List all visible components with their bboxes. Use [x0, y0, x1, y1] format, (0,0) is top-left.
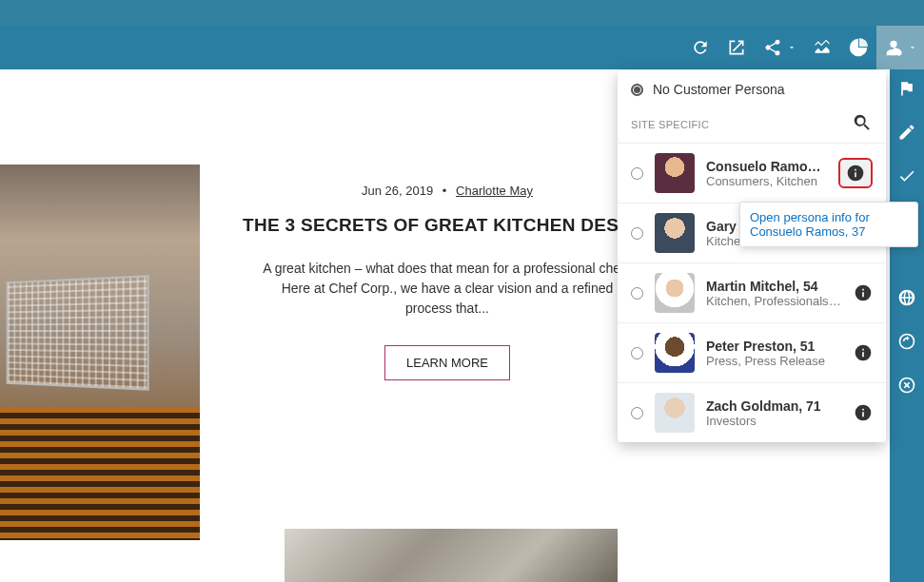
- info-icon[interactable]: [838, 158, 873, 188]
- persona-name: Peter Preston, 51: [706, 339, 842, 354]
- info-icon[interactable]: [854, 343, 873, 362]
- article-body: A great kitchen – what does that mean fo…: [238, 259, 657, 319]
- article-date: Jun 26, 2019: [362, 184, 433, 198]
- persona-name: Consuelo Ramos, 37: [706, 159, 827, 174]
- chart-button[interactable]: [804, 26, 840, 69]
- article-title: THE 3 SECRETS OF GREAT KITCHEN DESIGN: [238, 215, 657, 236]
- info-icon[interactable]: [854, 403, 873, 422]
- flag-icon[interactable]: [897, 79, 916, 102]
- persona-button[interactable]: [876, 26, 924, 69]
- search-icon[interactable]: [852, 112, 873, 137]
- persona-tags: Consumers, Kitchen: [706, 174, 827, 188]
- persona-tags: Kitchen, Professionals,...: [706, 294, 842, 308]
- section-label: SITE SPECIFIC: [631, 119, 709, 130]
- share-chevron-icon[interactable]: [785, 43, 798, 52]
- external-link-button[interactable]: [718, 26, 755, 69]
- right-rail: [890, 69, 924, 582]
- top-band: [0, 0, 924, 26]
- persona-list: Consuelo Ramos, 37 Consumers, Kitchen Ga…: [618, 143, 886, 442]
- separator: •: [442, 184, 447, 198]
- persona-radio[interactable]: [631, 407, 643, 419]
- refresh-button[interactable]: [682, 26, 718, 69]
- avatar: [655, 273, 695, 313]
- persona-radio[interactable]: [631, 167, 643, 180]
- article-author-link[interactable]: Charlotte May: [456, 184, 533, 198]
- info-icon[interactable]: [854, 283, 873, 302]
- persona-tags: Press, Press Release: [706, 354, 842, 368]
- avatar: [655, 393, 695, 433]
- persona-tags: Investors: [706, 414, 842, 428]
- persona-item[interactable]: Martin Mitchel, 54 Kitchen, Professional…: [618, 262, 886, 322]
- learn-more-button[interactable]: LEARN MORE: [384, 345, 510, 380]
- toolbar: [0, 26, 924, 69]
- pencil-icon[interactable]: [897, 123, 916, 146]
- persona-radio[interactable]: [631, 287, 643, 300]
- avatar: [655, 153, 695, 193]
- persona-item[interactable]: Zach Goldman, 71 Investors: [618, 382, 886, 442]
- tooltip: Open persona info for Consuelo Ramos, 37: [739, 202, 918, 247]
- globe-refresh-icon[interactable]: [897, 332, 916, 355]
- persona-name: Zach Goldman, 71: [706, 398, 842, 414]
- avatar: [655, 213, 695, 253]
- svg-point-0: [896, 50, 902, 56]
- persona-item[interactable]: Peter Preston, 51 Press, Press Release: [618, 322, 886, 382]
- persona-radio[interactable]: [631, 347, 643, 359]
- persona-radio[interactable]: [631, 227, 643, 240]
- persona-dropdown: No Customer Persona SITE SPECIFIC Consue…: [618, 70, 886, 442]
- article-meta: Jun 26, 2019 • Charlotte May: [238, 184, 657, 198]
- pie-chart-button[interactable]: [840, 26, 876, 69]
- globe-close-icon[interactable]: [897, 376, 916, 398]
- article-image: [0, 165, 200, 540]
- no-persona-label: No Customer Persona: [653, 82, 785, 97]
- persona-item[interactable]: Consuelo Ramos, 37 Consumers, Kitchen: [618, 143, 886, 203]
- persona-name: Martin Mitchel, 54: [706, 279, 842, 294]
- no-persona-radio[interactable]: [631, 84, 643, 96]
- secondary-image: [285, 529, 618, 582]
- check-icon[interactable]: [897, 166, 916, 189]
- avatar: [655, 333, 695, 373]
- globe-icon[interactable]: [897, 288, 916, 311]
